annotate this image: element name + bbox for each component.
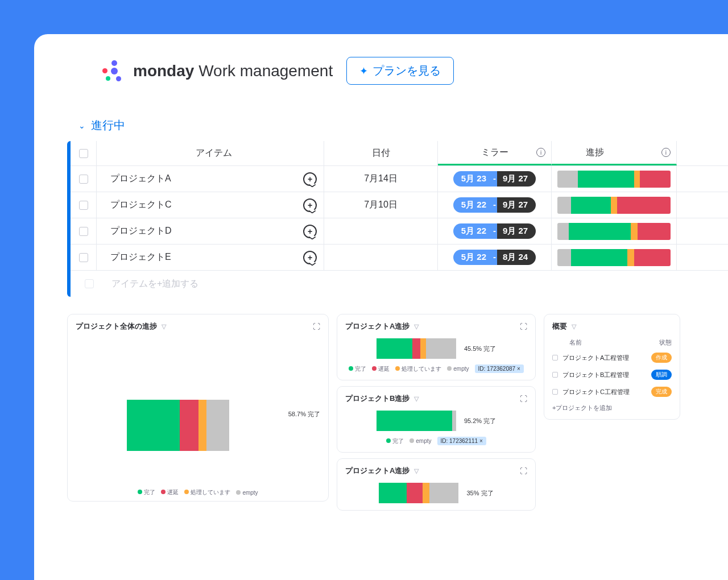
item-name-cell[interactable]: プロジェクトA <box>97 166 324 192</box>
widget-project-a: プロジェクトA進捗▽⛶ 45.5% 完了 完了遅延処理していますemptyID:… <box>337 314 536 380</box>
table-row[interactable]: プロジェクトD 5月 22-9月 27 <box>71 218 728 245</box>
sparkle-icon: ✦ <box>359 65 368 77</box>
col-date[interactable]: 日付 <box>324 141 438 165</box>
filter-icon[interactable]: ▽ <box>162 323 166 330</box>
id-tag[interactable]: ID: 172362087 × <box>475 364 524 373</box>
chat-icon[interactable] <box>303 225 317 238</box>
mirror-cell[interactable]: 5月 23-9月 27 <box>438 166 552 192</box>
row-checkbox[interactable] <box>71 245 97 270</box>
chat-icon[interactable] <box>303 172 317 186</box>
app-header: monday Work management ✦ プランを見る <box>57 57 728 85</box>
table-row[interactable]: プロジェクトA 7月14日 5月 23-9月 27 <box>71 166 728 192</box>
expand-icon[interactable]: ⛶ <box>520 467 527 475</box>
brand-logo: monday Work management <box>102 59 333 83</box>
info-icon[interactable]: i <box>536 148 545 157</box>
expand-icon[interactable]: ⛶ <box>520 395 527 403</box>
view-plans-button[interactable]: ✦ プランを見る <box>346 57 454 85</box>
col-progress[interactable]: 進捗i <box>552 141 677 165</box>
col-item[interactable]: アイテム <box>97 141 324 165</box>
monday-logo-icon <box>102 59 126 83</box>
widget-project-a2: プロジェクトA進捗▽⛶ 35% 完了 <box>337 458 536 511</box>
overview-row[interactable]: プロジェクトC工程管理完成 <box>552 387 672 397</box>
item-name-cell[interactable]: プロジェクトD <box>97 218 324 244</box>
item-name-cell[interactable]: プロジェクトE <box>97 245 324 270</box>
overview-row[interactable]: プロジェクトB工程管理順調 <box>552 370 672 380</box>
progress-bar <box>127 400 229 451</box>
mirror-cell[interactable]: 5月 22-8月 24 <box>438 245 552 270</box>
progress-cell[interactable] <box>552 192 677 218</box>
expand-icon[interactable]: ⛶ <box>313 322 320 331</box>
mirror-cell[interactable]: 5月 22-9月 27 <box>438 192 552 218</box>
group-toggle[interactable]: ⌄ 進行中 <box>78 118 728 133</box>
row-checkbox[interactable] <box>71 192 97 218</box>
row-checkbox[interactable] <box>71 166 97 192</box>
progress-cell[interactable] <box>552 166 677 192</box>
progress-percent: 58.7% 完了 <box>288 410 320 419</box>
row-checkbox[interactable] <box>71 218 97 244</box>
table-header-row: アイテム 日付 ミラーi 進捗i <box>71 141 728 166</box>
add-project[interactable]: +プロジェクトを追加 <box>552 404 672 412</box>
widget-overview: 概要▽ 名前状態 プロジェクトA工程管理作成プロジェクトB工程管理順調プロジェク… <box>544 314 680 420</box>
expand-icon[interactable]: ⛶ <box>520 322 527 331</box>
filter-icon[interactable]: ▽ <box>414 395 419 403</box>
date-cell[interactable]: 7月14日 <box>324 166 438 192</box>
table-row[interactable]: プロジェクトE 5月 22-8月 24 <box>71 245 728 271</box>
widget-project-b: プロジェクトB進捗▽⛶ 95.2% 完了 完了emptyID: 17236211… <box>337 386 536 453</box>
item-name-cell[interactable]: プロジェクトC <box>97 192 324 218</box>
date-cell[interactable]: 7月10日 <box>324 192 438 218</box>
widget-title: プロジェクト全体の進捗▽ <box>76 321 166 332</box>
filter-icon[interactable]: ▽ <box>414 323 419 330</box>
progress-cell[interactable] <box>552 245 677 270</box>
overview-row[interactable]: プロジェクトA工程管理作成 <box>552 353 672 363</box>
select-all-checkbox[interactable] <box>71 141 97 165</box>
chevron-down-icon: ⌄ <box>78 121 85 130</box>
chat-icon[interactable] <box>303 198 317 212</box>
date-cell[interactable] <box>324 245 438 270</box>
date-cell[interactable] <box>324 218 438 244</box>
chat-icon[interactable] <box>303 251 317 264</box>
table-row[interactable]: プロジェクトC 7月10日 5月 22-9月 27 <box>71 192 728 218</box>
id-tag[interactable]: ID: 172362111 × <box>437 437 486 445</box>
progress-cell[interactable] <box>552 218 677 244</box>
items-table: アイテム 日付 ミラーi 進捗i プロジェクトA 7月14日 5月 23-9月 … <box>67 141 728 297</box>
mirror-cell[interactable]: 5月 22-9月 27 <box>438 218 552 244</box>
product-name: monday Work management <box>133 62 333 80</box>
filter-icon[interactable]: ▽ <box>414 467 419 475</box>
col-mirror[interactable]: ミラーi <box>438 141 552 165</box>
add-item-row[interactable]: アイテムを+追加する <box>71 271 728 297</box>
info-icon[interactable]: i <box>661 148 671 157</box>
widget-overall-progress: プロジェクト全体の進捗▽ ⛶ 58.7% 完了 完了遅延処理していますempty <box>67 314 329 502</box>
filter-icon[interactable]: ▽ <box>572 323 576 330</box>
